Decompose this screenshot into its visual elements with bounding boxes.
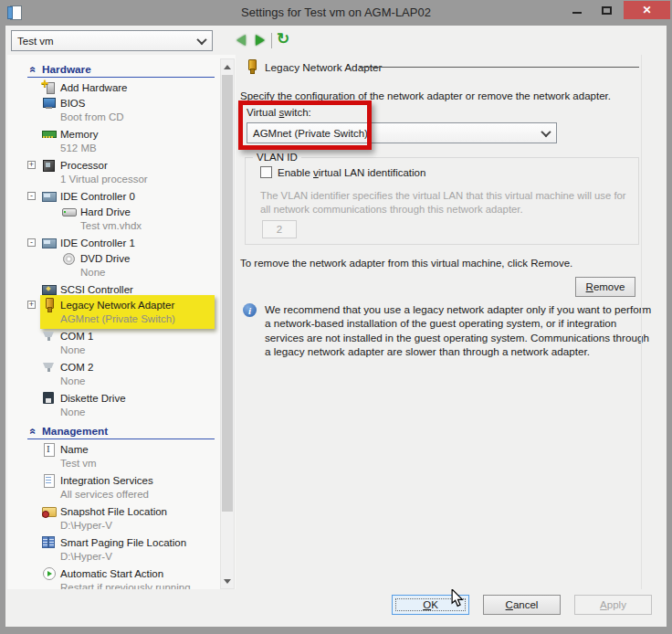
toolbar-divider [271,33,272,48]
refresh-icon[interactable]: ↻ [277,29,289,48]
header-rule [360,67,639,68]
ide-controller-icon [42,236,56,249]
enable-vlan-checkbox[interactable] [260,166,272,178]
sidebar-item-legacy-network-adapter[interactable]: +Legacy Network AdapterAGMnet (Private S… [11,297,220,328]
titlebar[interactable]: Settings for Test vm on AGM-LAP02 ✕ [0,0,672,26]
sidebar-item-memory[interactable]: Memory512 MB [11,126,220,157]
legacy-network-adapter-icon [42,298,56,312]
scroll-down-icon[interactable] [221,574,234,588]
integration-services-icon [42,473,56,487]
com-port-icon [42,329,56,343]
vlan-group-label: VLAN ID [253,152,301,163]
vlan-description: The VLAN identifier specifies the virtua… [260,189,636,216]
automatic-start-action-icon [42,566,56,580]
panel-divider [641,55,642,589]
settings-panel: Legacy Network Adapter Specify the confi… [236,55,643,589]
expander-toggle-icon[interactable]: - [27,238,36,247]
sidebar-item-com-1[interactable]: COM 1None [11,328,220,359]
legacy-network-adapter-icon [245,59,258,73]
maximize-button[interactable] [593,1,619,19]
back-arrow-icon[interactable] [236,35,246,46]
processor-icon [42,158,56,172]
dvd-drive-icon [62,251,76,265]
sidebar-item-bios[interactable]: BIOSBoot from CD [11,95,220,126]
apply-button: Apply [574,595,652,615]
double-chevron-up-icon: « [26,64,39,75]
scroll-up-icon[interactable] [221,59,234,74]
recommendation-note: We recommend that you use a legacy netwo… [265,302,652,359]
section-header-management[interactable]: «Management [11,424,220,439]
info-icon: i [243,303,257,317]
sidebar-item-smart-paging-file-location[interactable]: Smart Paging File LocationD:\Hyper-V [11,534,220,565]
bios-icon [42,96,56,110]
remove-button[interactable]: Remove [575,277,635,297]
settings-window: Settings for Test vm on AGM-LAP02 ✕ Test… [0,0,672,634]
vm-selector-value: Test vm [12,36,192,47]
maximize-icon [602,6,612,15]
close-icon: ✕ [642,4,651,16]
expander-toggle-icon[interactable]: + [27,301,36,309]
sidebar-item-processor[interactable]: +Processor1 Virtual processor [11,157,220,188]
hard-drive-icon [62,205,76,218]
panel-title: Legacy Network Adapter [265,61,383,74]
sidebar-item-ide-controller-1[interactable]: -IDE Controller 1 [11,235,220,250]
red-annotation-box [238,100,372,150]
remove-hint: To remove the network adapter from this … [240,258,572,269]
chevron-down-icon [192,31,212,50]
add-hardware-icon [42,80,56,94]
enable-vlan-label: Enable virtual LAN identification [278,167,425,178]
sidebar-item-automatic-start-action[interactable]: Automatic Start ActionRestart if previou… [11,565,220,589]
double-chevron-up-icon: « [26,426,39,437]
mouse-cursor-icon [449,589,466,608]
forward-arrow-icon[interactable] [256,35,265,46]
vlan-id-input: 2 [262,220,297,238]
snapshot-file-location-icon [42,504,56,518]
sidebar-scrollbar[interactable] [220,58,235,589]
sidebar-item-integration-services[interactable]: Integration ServicesAll services offered [11,472,220,503]
smart-paging-icon [42,535,56,549]
minimize-button[interactable] [564,1,590,19]
name-icon [42,442,56,456]
section-header-hardware[interactable]: «Hardware [11,62,220,77]
sidebar-item-add-hardware[interactable]: Add Hardware [11,79,220,95]
com-port-icon [42,360,56,374]
sidebar-item-hard-drive[interactable]: Hard DriveTest vm.vhdx [11,204,220,235]
ide-controller-icon [42,189,56,203]
memory-icon [42,127,56,141]
hardware-tree: «HardwareAdd HardwareBIOSBoot from CDMem… [11,58,220,589]
diskette-drive-icon [42,391,56,405]
scsi-controller-icon [42,282,56,296]
close-button[interactable]: ✕ [624,1,670,19]
expander-toggle-icon[interactable]: + [27,161,36,169]
expander-toggle-icon[interactable]: - [27,192,36,200]
minimize-icon [572,12,582,14]
cancel-button[interactable]: Cancel [483,595,561,615]
sidebar-item-snapshot-file-location[interactable]: Snapshot File LocationD:\Hyper-V [11,503,220,534]
sidebar-item-diskette-drive[interactable]: Diskette DriveNone [11,390,220,421]
sidebar-item-scsi-controller[interactable]: SCSI Controller [11,281,220,297]
sidebar-item-dvd-drive[interactable]: DVD DriveNone [11,250,220,281]
enable-vlan-row[interactable]: Enable virtual LAN identification [260,166,425,178]
vlan-groupbox: VLAN ID Enable virtual LAN identificatio… [245,157,639,245]
sidebar-item-com-2[interactable]: COM 2None [11,359,220,390]
scrollbar-thumb[interactable] [222,75,233,512]
sidebar-item-name[interactable]: NameTest vm [11,441,220,472]
chevron-down-icon [536,123,556,143]
vm-selector-dropdown[interactable]: Test vm [11,30,213,51]
sidebar-item-ide-controller-0[interactable]: -IDE Controller 0 [11,188,220,204]
